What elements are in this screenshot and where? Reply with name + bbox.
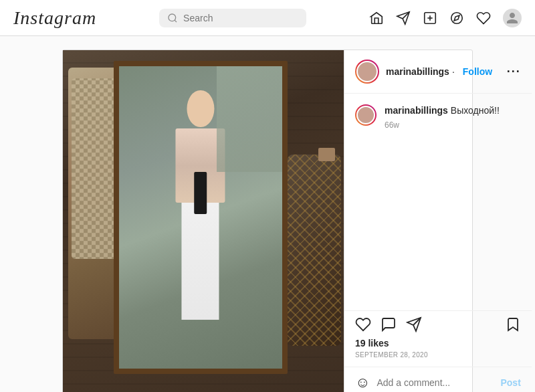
search-bar[interactable] [159, 9, 306, 27]
svg-marker-8 [454, 15, 459, 21]
post-username[interactable]: marinabillings [386, 66, 449, 77]
post-info-panel: marinabillings · Follow ··· marinabillin… [344, 50, 532, 392]
action-icons-left [355, 316, 422, 332]
main-header: Instagram [0, 0, 535, 36]
svg-point-0 [169, 14, 176, 21]
comment-time: 66w [385, 120, 521, 130]
profile-icon[interactable] [503, 9, 522, 27]
search-icon [167, 13, 178, 23]
svg-point-7 [451, 12, 463, 23]
instagram-logo[interactable]: Instagram [13, 7, 96, 29]
explore-icon[interactable] [449, 11, 464, 25]
share-button[interactable] [406, 316, 422, 332]
home-icon[interactable] [369, 11, 384, 25]
post-comment-button[interactable]: Post [500, 377, 520, 388]
post-user-avatar[interactable] [355, 60, 379, 84]
comment-body: Выходной!! [451, 105, 500, 116]
dot-separator: · [452, 66, 455, 77]
post-card: marinabillings · Follow ··· marinabillin… [62, 50, 473, 392]
search-input[interactable] [183, 13, 298, 23]
follow-button[interactable]: Follow [463, 66, 492, 77]
post-date: SEPTEMBER 28, 2020 [355, 351, 521, 359]
post-header: marinabillings · Follow ··· [344, 50, 532, 94]
comment-username[interactable]: marinabillings [385, 105, 448, 116]
comment-text: marinabillings Выходной!! [385, 104, 521, 118]
main-content: marinabillings · Follow ··· marinabillin… [0, 36, 535, 392]
post-image [63, 50, 344, 392]
new-post-icon[interactable] [423, 11, 437, 25]
comment-item: marinabillings Выходной!! 66w [355, 104, 521, 130]
direct-icon[interactable] [396, 11, 411, 25]
action-icons-row [355, 316, 521, 332]
svg-line-1 [175, 20, 177, 22]
header-nav [369, 9, 522, 27]
comment-content: marinabillings Выходной!! 66w [385, 104, 521, 130]
comment-avatar[interactable] [355, 104, 377, 126]
comments-section: marinabillings Выходной!! 66w [344, 94, 532, 310]
comment-input-row: ☺ Post [344, 367, 532, 392]
likes-count: 19 likes [355, 338, 521, 349]
post-actions: 19 likes SEPTEMBER 28, 2020 [344, 310, 532, 367]
comment-input[interactable] [377, 377, 494, 388]
more-options-button[interactable]: ··· [507, 65, 521, 79]
like-button[interactable] [355, 316, 371, 332]
comment-button[interactable] [381, 316, 397, 332]
emoji-button[interactable]: ☺ [355, 374, 370, 391]
activity-icon[interactable] [476, 11, 491, 25]
bookmark-button[interactable] [505, 316, 521, 332]
